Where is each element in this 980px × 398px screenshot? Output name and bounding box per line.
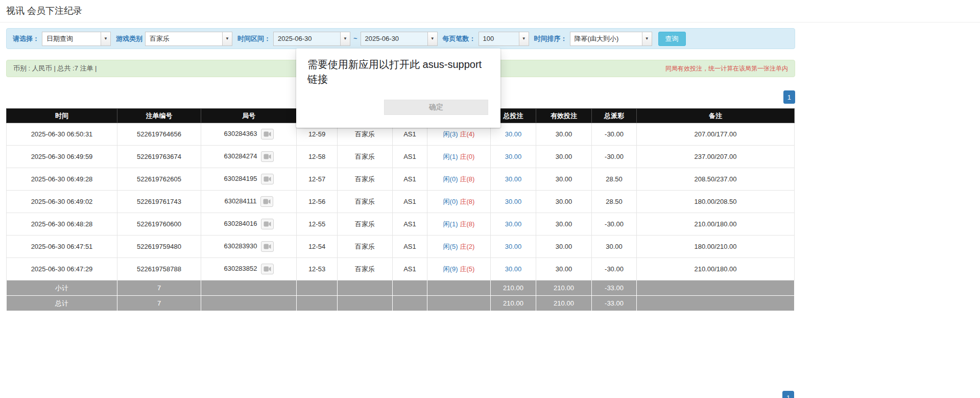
cell-bet-id: 522619761743 xyxy=(117,191,201,213)
video-replay-icon[interactable] xyxy=(261,151,274,162)
total-bet-link[interactable]: 30.00 xyxy=(505,265,522,273)
total-empty-cell xyxy=(427,296,491,311)
total-bet-link[interactable]: 30.00 xyxy=(505,243,522,250)
cell-bet-id: 522619759480 xyxy=(117,236,201,258)
chevron-down-icon[interactable]: ▼ xyxy=(519,32,529,46)
cell-time: 2025-06-30 06:48:28 xyxy=(7,213,117,236)
round-number: 630284016 xyxy=(224,220,257,227)
cell-table-code: AS1 xyxy=(393,258,427,280)
banker-score: 庄(4) xyxy=(460,130,475,138)
table-row: 2025-06-30 06:48:28 522619760600 6302840… xyxy=(7,213,795,236)
cell-payout: -30.00 xyxy=(592,258,637,280)
cell-round: 630284195 xyxy=(201,168,297,191)
time-sort-input[interactable] xyxy=(570,32,642,46)
cell-table-code: AS1 xyxy=(393,146,427,168)
video-replay-icon[interactable] xyxy=(260,196,273,207)
page-button-1-bottom[interactable]: 1 xyxy=(782,391,794,398)
total-bet-link[interactable]: 30.00 xyxy=(505,198,522,205)
game-type-combobox: ▼ xyxy=(145,32,232,46)
query-type-label: 请选择： xyxy=(13,34,39,43)
dialog-message: 需要使用新应用以打开此 asus-support 链接 xyxy=(307,57,489,87)
filter-bar: 请选择： ▼ 游戏类别 ▼ 时间区间： ▼ ~ ▼ xyxy=(6,28,795,49)
total-remark xyxy=(637,296,795,311)
cell-round: 630283930 xyxy=(201,236,297,258)
cell-result: 闲(0)庄(8) xyxy=(427,191,491,213)
search-button[interactable]: 查询 xyxy=(658,32,686,46)
dialog-actions: 确定 xyxy=(384,100,488,115)
header-bet-id: 注单编号 xyxy=(117,109,201,123)
chevron-down-icon[interactable]: ▼ xyxy=(223,32,232,46)
total-bet-link[interactable]: 30.00 xyxy=(505,153,522,160)
date-to-input[interactable] xyxy=(361,32,428,46)
chevron-down-icon[interactable]: ▼ xyxy=(642,32,652,46)
player-score: 闲(5) xyxy=(443,243,458,250)
cell-valid-bet: 30.00 xyxy=(536,146,592,168)
banker-score: 庄(5) xyxy=(460,265,475,273)
cell-game-type: 百家乐 xyxy=(338,146,393,168)
game-type-label: 游戏类别 xyxy=(116,34,142,43)
table-body: 2025-06-30 06:50:31 522619764656 6302843… xyxy=(7,123,795,280)
cell-valid-bet: 30.00 xyxy=(536,213,592,236)
banker-score: 庄(8) xyxy=(460,220,475,228)
cell-game-type: 百家乐 xyxy=(338,236,393,258)
chevron-down-icon[interactable]: ▼ xyxy=(101,32,111,46)
chevron-down-icon[interactable]: ▼ xyxy=(428,32,438,46)
subtotal-empty-cell xyxy=(201,280,297,296)
total-payout: -33.00 xyxy=(592,296,637,311)
time-sort-label: 时间排序： xyxy=(534,34,567,43)
game-type-input[interactable] xyxy=(145,32,223,46)
cell-payout: 30.00 xyxy=(592,236,637,258)
open-app-dialog: 需要使用新应用以打开此 asus-support 链接 确定 xyxy=(296,49,500,128)
chevron-down-icon[interactable]: ▼ xyxy=(341,32,350,46)
time-sort-combobox: ▼ xyxy=(570,32,652,46)
date-from-input[interactable] xyxy=(273,32,341,46)
cell-payout: 28.50 xyxy=(592,191,637,213)
range-separator: ~ xyxy=(353,35,357,42)
cell-time: 2025-06-30 06:47:51 xyxy=(7,236,117,258)
cell-valid-bet: 30.00 xyxy=(536,258,592,280)
time-range-label: 时间区间： xyxy=(237,34,271,43)
table-row: 2025-06-30 06:49:02 522619761743 6302841… xyxy=(7,191,795,213)
cell-total-bet: 30.00 xyxy=(491,236,536,258)
cell-time: 2025-06-30 06:47:29 xyxy=(7,258,117,280)
player-score: 闲(0) xyxy=(443,198,458,205)
cell-time: 2025-06-30 06:49:28 xyxy=(7,168,117,191)
cell-bet-id: 522619758788 xyxy=(117,258,201,280)
subtotal-count: 7 xyxy=(117,280,201,296)
dialog-confirm-button[interactable]: 确定 xyxy=(384,100,488,115)
player-score: 闲(0) xyxy=(443,175,458,183)
cell-remark: 180.00/210.00 xyxy=(637,236,795,258)
cell-bet-id: 522619764656 xyxy=(117,123,201,146)
subtotal-empty-cell xyxy=(393,280,427,296)
cell-result: 闲(1)庄(0) xyxy=(427,146,491,168)
subtotal-empty-cell xyxy=(338,280,393,296)
total-bet-link[interactable]: 30.00 xyxy=(505,220,522,228)
cell-table-code: AS1 xyxy=(393,191,427,213)
page-button-1[interactable]: 1 xyxy=(783,90,795,104)
video-replay-icon[interactable] xyxy=(261,129,274,139)
round-number: 630283852 xyxy=(224,265,257,272)
cell-game-type: 百家乐 xyxy=(338,213,393,236)
total-bet-link[interactable]: 30.00 xyxy=(505,130,522,138)
query-type-input[interactable] xyxy=(42,32,101,46)
video-replay-icon[interactable] xyxy=(261,219,274,229)
video-replay-icon[interactable] xyxy=(261,241,274,252)
cell-shoe-round: 12-58 xyxy=(297,146,338,168)
cell-total-bet: 30.00 xyxy=(491,213,536,236)
page-size-input[interactable] xyxy=(479,32,519,46)
cell-result: 闲(0)庄(8) xyxy=(427,168,491,191)
cell-game-type: 百家乐 xyxy=(338,191,393,213)
bet-records-table: 时间 注单编号 局号 总投注 有效投注 总派彩 备注 2025-06-30 06… xyxy=(6,108,795,311)
total-bet-link[interactable]: 30.00 xyxy=(505,175,522,183)
cell-round: 630284016 xyxy=(201,213,297,236)
cell-remark: 237.00/207.00 xyxy=(637,146,795,168)
cell-remark: 180.00/208.50 xyxy=(637,191,795,213)
cell-valid-bet: 30.00 xyxy=(536,168,592,191)
video-replay-icon[interactable] xyxy=(261,264,274,274)
total-count: 7 xyxy=(117,296,201,311)
video-replay-icon[interactable] xyxy=(261,174,274,184)
summary-notice: 同局有效投注，统一计算在该局第一张注单内 xyxy=(665,64,788,73)
subtotal-remark xyxy=(637,280,795,296)
player-score: 闲(9) xyxy=(443,265,458,273)
cell-valid-bet: 30.00 xyxy=(536,236,592,258)
